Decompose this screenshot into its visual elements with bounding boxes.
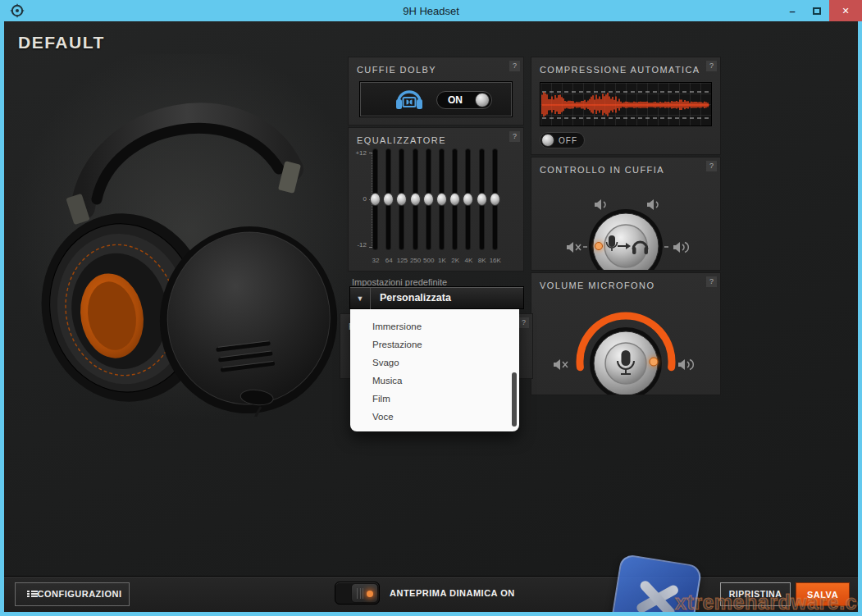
titlebar: 9H Headset – ✕ xyxy=(0,0,862,21)
dolby-toggle-label: ON xyxy=(448,94,463,106)
panel-cuffie-dolby: CUFFIE DOLBY ? ON xyxy=(349,57,523,125)
eq-slider-8K[interactable] xyxy=(477,149,488,249)
help-icon[interactable]: ? xyxy=(706,276,717,287)
knob-position-indicator xyxy=(650,358,658,366)
panel-title-volume-microfono: VOLUME MICROFONO xyxy=(540,281,654,290)
eq-freq-label: 125 xyxy=(395,257,408,264)
eq-slider-250[interactable] xyxy=(410,149,422,249)
panel-title-cuffie-dolby: CUFFIE DOLBY xyxy=(357,65,436,75)
eq-slider-2K[interactable] xyxy=(449,149,461,249)
panel-title-controllo: CONTROLLO IN CUFFIA xyxy=(540,165,664,175)
eq-slider-knob[interactable] xyxy=(370,193,381,206)
compression-toggle[interactable]: OFF xyxy=(540,132,585,148)
eq-freq-label: 32 xyxy=(369,257,382,264)
eq-slider-knob[interactable] xyxy=(383,193,394,206)
dolby-headphone-icon xyxy=(395,88,423,111)
panel-volume-microfono: VOLUME MICROFONO ? xyxy=(531,273,720,395)
panel-controllo-in-cuffia: CONTROLLO IN CUFFIA ? xyxy=(531,157,720,270)
help-icon[interactable]: ? xyxy=(518,317,529,328)
maximize-button[interactable] xyxy=(805,5,829,17)
eq-freq-label: 16K xyxy=(489,257,502,264)
eq-slider-500[interactable] xyxy=(423,149,435,249)
eq-scale-max: +12 xyxy=(350,149,367,157)
headset-product-image xyxy=(19,64,347,417)
preset-label: Impostazioni predefinite xyxy=(352,277,447,287)
speaker-loud-icon xyxy=(673,242,688,253)
eq-slider-16K[interactable] xyxy=(490,149,501,249)
dolby-toggle-knob[interactable] xyxy=(475,93,490,107)
eq-freq-label: 4K xyxy=(462,257,475,264)
help-icon[interactable]: ? xyxy=(509,61,520,71)
eq-slider-4K[interactable] xyxy=(463,149,474,249)
preset-selected-value: Personalizzata xyxy=(380,292,451,303)
preset-option-voce[interactable]: Voce xyxy=(350,408,519,426)
dynamic-preview-toggle-knob[interactable] xyxy=(351,583,378,603)
eq-freq-label: 2K xyxy=(449,257,462,264)
preset-dropdown[interactable]: ▼ Personalizzata xyxy=(350,287,523,308)
dolby-toggle[interactable]: ON xyxy=(436,91,492,109)
eq-scale-min: -12 xyxy=(350,241,367,249)
eq-slider-1K[interactable] xyxy=(436,149,448,249)
list-icon xyxy=(27,590,38,600)
dynamic-preview-toggle[interactable] xyxy=(335,582,380,605)
eq-freq-label: 500 xyxy=(422,257,436,264)
configurations-label: CONFIGURAZIONI xyxy=(38,589,122,599)
chevron-down-icon[interactable]: ▼ xyxy=(350,288,371,309)
configurations-button[interactable]: CONFIGURAZIONI xyxy=(15,582,130,606)
eq-scale-mid: 0 xyxy=(350,195,367,203)
toggle-indicator-dot xyxy=(367,591,373,597)
preset-options-list: Immersione Prestazione Svago Musica Film… xyxy=(350,308,519,431)
close-button[interactable]: ✕ xyxy=(829,0,862,21)
panel-compressione-automatica: COMPRESSIONE AUTOMATICA ? OFF xyxy=(531,57,720,154)
eq-slider-knob[interactable] xyxy=(423,193,434,206)
help-icon[interactable]: ? xyxy=(706,61,717,71)
panel-title-equalizzatore: EQUALIZZATORE xyxy=(357,135,446,145)
restore-button[interactable]: RIPRISTINA xyxy=(720,582,791,606)
eq-slider-125[interactable] xyxy=(396,149,408,249)
preset-option-immersione[interactable]: Immersione xyxy=(350,317,519,335)
minimize-button[interactable]: – xyxy=(780,5,805,17)
speaker-muted-icon xyxy=(554,359,568,370)
help-icon[interactable]: ? xyxy=(509,131,520,142)
eq-slider-64[interactable] xyxy=(383,149,395,249)
speaker-medium-icon xyxy=(647,199,658,210)
compression-toggle-label: OFF xyxy=(559,136,577,145)
window-title: 9H Headset xyxy=(0,5,862,17)
app-window: 9H Headset – ✕ DEFAULT xyxy=(0,0,862,616)
eq-slider-knob[interactable] xyxy=(477,193,487,206)
eq-slider-knob[interactable] xyxy=(396,193,407,206)
sidetone-knob[interactable] xyxy=(531,179,720,270)
eq-freq-label: 64 xyxy=(382,257,395,264)
save-button[interactable]: SALVA xyxy=(796,582,850,606)
knob-position-indicator xyxy=(595,243,603,250)
bottom-toolbar: CONFIGURAZIONI ANTEPRIMA DINAMICA ON RIP… xyxy=(4,576,858,612)
maximize-icon xyxy=(813,7,821,15)
eq-freq-label: 250 xyxy=(409,257,422,264)
preset-option-svago[interactable]: Svago xyxy=(350,354,519,372)
eq-slider-knob[interactable] xyxy=(410,193,421,206)
help-icon[interactable]: ? xyxy=(706,161,717,171)
preset-option-prestazione[interactable]: Prestazione xyxy=(350,335,519,354)
preset-option-film[interactable]: Film xyxy=(350,390,519,408)
preset-option-musica[interactable]: Musica xyxy=(350,372,519,390)
speaker-muted-icon xyxy=(567,242,581,253)
eq-slider-knob[interactable] xyxy=(490,193,500,206)
toggle-ridges-icon xyxy=(357,588,363,599)
mic-volume-knob[interactable] xyxy=(531,294,720,395)
speaker-low-icon xyxy=(595,199,605,210)
main-content: DEFAULT xyxy=(4,21,858,612)
panel-title-compressione: COMPRESSIONE AUTOMATICA xyxy=(540,65,700,75)
eq-slider-32[interactable] xyxy=(370,149,381,249)
dropdown-scrollbar[interactable] xyxy=(512,372,517,427)
speaker-loud-icon xyxy=(678,359,693,370)
eq-slider-knob[interactable] xyxy=(436,193,447,206)
panel-equalizzatore: EQUALIZZATORE ? +12 0 -12 32641252505001… xyxy=(349,128,523,271)
dynamic-preview-label: ANTEPRIMA DINAMICA ON xyxy=(390,588,515,598)
eq-slider-knob[interactable] xyxy=(463,193,473,206)
compression-toggle-knob[interactable] xyxy=(541,134,554,147)
eq-freq-label: 1K xyxy=(436,257,449,264)
eq-slider-knob[interactable] xyxy=(449,193,460,206)
dolby-control-box: ON xyxy=(360,82,512,116)
audio-waveform-display xyxy=(540,82,712,126)
eq-freq-label: 8K xyxy=(476,257,489,264)
